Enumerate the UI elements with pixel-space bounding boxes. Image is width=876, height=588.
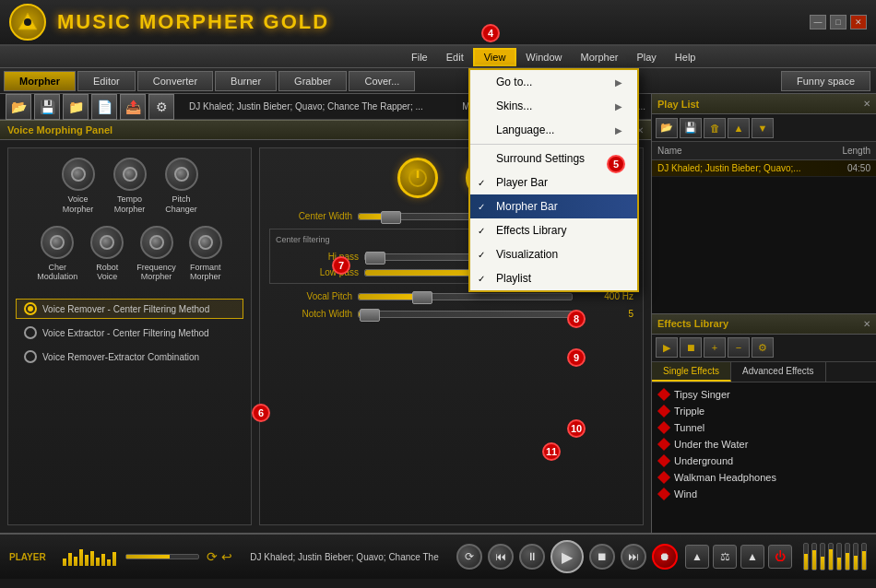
dropdown-playlist[interactable]: Playlist [470, 266, 637, 290]
fx-btn-2[interactable]: ⏹ [680, 337, 702, 358]
notch-width-slider[interactable] [358, 311, 573, 318]
menu-edit[interactable]: Edit [437, 50, 473, 65]
title-controls: — □ ✕ [810, 15, 867, 29]
eq-slider-7[interactable] [853, 543, 858, 570]
eq-slider-2[interactable] [811, 543, 817, 570]
dropdown-visualization[interactable]: Visualization [470, 242, 637, 266]
eq-slider-5[interactable] [836, 543, 842, 570]
effect-walkman[interactable]: Walkman Headphones [652, 469, 876, 486]
effect-wind[interactable]: Wind [652, 486, 876, 502]
menu-file[interactable]: File [402, 50, 437, 65]
morph-formant-morpher[interactable]: FormantMorpher [189, 226, 222, 283]
rc-btn-4[interactable]: ⏻ [768, 545, 792, 569]
player-stop-button[interactable]: ⏹ [589, 544, 615, 570]
tab-funny-space[interactable]: Funny space [781, 71, 870, 91]
toolbar-open[interactable]: 📂 [6, 94, 31, 120]
player-pause-button[interactable]: ⏸ [519, 544, 545, 570]
playlist-item-0[interactable]: DJ Khaled; Justin Bieber; Quavo;... 04:5… [652, 160, 876, 177]
morph-robot-voice[interactable]: RobotVoice [90, 226, 124, 283]
pl-btn-up[interactable]: ▲ [728, 118, 750, 138]
tab-morpher[interactable]: Morpher [4, 71, 76, 91]
vocal-pitch-slider[interactable] [358, 293, 573, 300]
fx-btn-3[interactable]: + [704, 337, 726, 358]
eq-vert-fill-8 [862, 551, 866, 570]
menu-view[interactable]: View [473, 48, 517, 66]
fx-btn-5[interactable]: ⚙ [752, 337, 774, 358]
menu-window[interactable]: Window [516, 50, 571, 65]
toolbar-export[interactable]: 📤 [120, 94, 146, 120]
eq-slider-3[interactable] [820, 543, 825, 570]
effects-tab-advanced[interactable]: Advanced Effects [731, 362, 826, 382]
tab-cover[interactable]: Cover... [349, 71, 415, 91]
app-logo [9, 4, 46, 41]
dropdown-effects-library[interactable]: Effects Library [470, 218, 637, 242]
morph-cher-modulation[interactable]: CherModulation [37, 226, 77, 283]
pl-btn-open[interactable]: 📂 [656, 118, 678, 138]
close-button[interactable]: ✕ [850, 15, 867, 29]
minimize-button[interactable]: — [810, 15, 826, 29]
eq-bar-3 [74, 557, 77, 566]
effects-close[interactable]: ✕ [863, 319, 870, 329]
pl-btn-save[interactable]: 💾 [680, 118, 702, 138]
eq-slider-8[interactable] [861, 543, 867, 570]
radio-voice-remover-center[interactable]: Voice Remover - Center Filtering Method [16, 299, 243, 319]
effect-underground[interactable]: Underground [652, 453, 876, 469]
morph-voice-morpher[interactable]: VoiceMorpher [62, 158, 95, 215]
menu-morpher[interactable]: Morpher [571, 50, 627, 65]
menu-help[interactable]: Help [666, 50, 705, 65]
eq-slider-4[interactable] [828, 543, 834, 570]
pl-btn-clear[interactable]: 🗑 [704, 118, 726, 138]
effect-diamond-wind [657, 487, 670, 500]
player-loop-button[interactable]: ⟳ [456, 544, 482, 570]
rc-btn-2[interactable]: ⚖ [713, 545, 737, 569]
effect-tripple[interactable]: Tripple [652, 403, 876, 419]
effects-tab-single[interactable]: Single Effects [652, 362, 731, 382]
fx-btn-4[interactable]: − [728, 337, 750, 358]
toolbar-folder[interactable]: 📁 [63, 94, 89, 120]
tab-burner[interactable]: Burner [215, 71, 277, 91]
radio-voice-extractor-center[interactable]: Voice Extractor - Center Filtering Metho… [16, 323, 243, 343]
effect-under-the-water[interactable]: Under the Water [652, 436, 876, 453]
eq-slider-1[interactable] [803, 543, 809, 570]
player-prev-button[interactable]: ⏮ [488, 544, 514, 570]
player-play-button[interactable]: ▶ [550, 540, 584, 573]
player-repeat-icon[interactable]: ↩ [221, 549, 232, 564]
power-knob[interactable] [397, 158, 438, 198]
pl-btn-down[interactable]: ▼ [752, 118, 774, 138]
effect-tipsy-singer[interactable]: Tipsy Singer [652, 386, 876, 403]
dropdown-skins[interactable]: Skins... ▶ [470, 94, 637, 118]
effect-tunnel[interactable]: Tunnel [652, 419, 876, 436]
tab-converter[interactable]: Converter [137, 71, 213, 91]
player-record-button[interactable]: ⏺ [652, 544, 678, 570]
dropdown-goto[interactable]: Go to... ▶ [470, 70, 637, 94]
fx-btn-1[interactable]: ▶ [656, 337, 678, 358]
player-volume-slider[interactable] [125, 554, 199, 559]
player-next-button[interactable]: ⏭ [621, 544, 646, 570]
player-bar: PLAYER ⟳ ↩ DJ Khaled; Justin Bieber; Qua… [0, 533, 876, 579]
eq-slider-6[interactable] [845, 543, 850, 570]
radio-voice-remover-extractor[interactable]: Voice Remover-Extractor Combination [16, 347, 243, 367]
rc-btn-1[interactable]: ▲ [685, 545, 709, 569]
morph-frequency-morpher[interactable]: FrequencyMorpher [136, 226, 176, 283]
eq-vert-track-4 [828, 543, 834, 570]
toolbar-new[interactable]: 📄 [91, 94, 117, 120]
eq-vert-track-6 [845, 543, 850, 570]
tab-grabber[interactable]: Grabber [278, 71, 347, 91]
dropdown-surround[interactable]: Surround Settings [470, 147, 637, 171]
toolbar-save[interactable]: 💾 [34, 94, 60, 120]
maximize-button[interactable]: □ [830, 15, 846, 29]
radio-group: Voice Remover - Center Filtering Method … [16, 299, 243, 367]
dropdown-player-bar[interactable]: Player Bar [470, 171, 637, 194]
morph-pitch-changer[interactable]: PitchChanger [165, 158, 198, 215]
dropdown-morpher-bar[interactable]: Morpher Bar [470, 194, 637, 218]
effect-name-wind: Wind [674, 488, 697, 500]
effect-name-walkman: Walkman Headphones [674, 472, 776, 483]
tab-editor[interactable]: Editor [77, 71, 136, 91]
playlist-close[interactable]: ✕ [863, 99, 870, 109]
rc-btn-3[interactable]: ▲ [740, 545, 764, 569]
morph-tempo-morpher[interactable]: TempoMorpher [113, 158, 147, 215]
menu-play[interactable]: Play [627, 50, 665, 65]
toolbar-settings[interactable]: ⚙ [148, 94, 174, 120]
player-shuffle-icon[interactable]: ⟳ [207, 549, 218, 564]
dropdown-language[interactable]: Language... ▶ [470, 118, 637, 142]
